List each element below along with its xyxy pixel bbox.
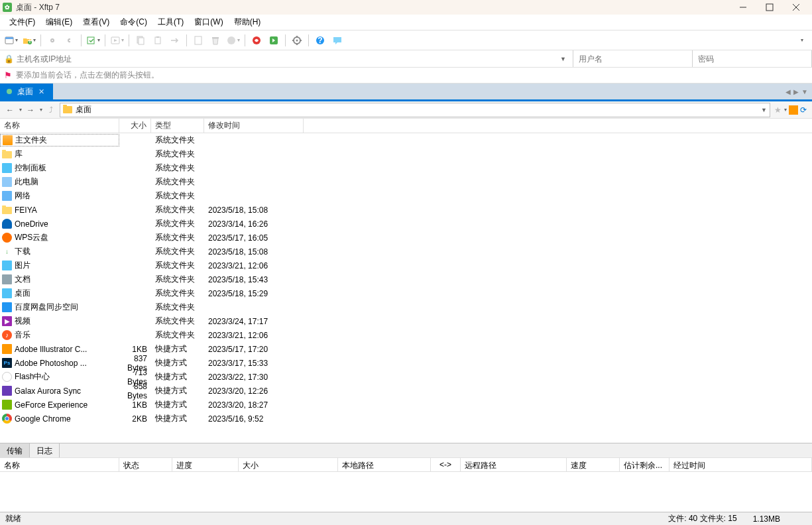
file-icon — [2, 344, 12, 354]
xftp-button[interactable] — [266, 32, 282, 48]
menu-file[interactable]: 文件(F) — [4, 15, 40, 30]
tcol-remote[interactable]: 远程路径 — [461, 458, 567, 471]
file-type: 系统文件夹 — [151, 274, 204, 285]
tab-log[interactable]: 日志 — [30, 443, 60, 457]
close-button[interactable] — [783, 0, 809, 15]
tcol-eta[interactable]: 估计剩余... — [620, 458, 669, 471]
file-type: 系统文件夹 — [151, 135, 204, 146]
minimize-button[interactable] — [730, 0, 756, 15]
col-name[interactable]: 名称 — [0, 119, 119, 133]
help-button[interactable]: ? — [312, 32, 328, 48]
tcol-name[interactable]: 名称 — [0, 458, 119, 471]
link-button[interactable] — [44, 32, 60, 48]
file-row[interactable]: ▶视频系统文件夹2023/3/24, 17:17 — [0, 314, 812, 328]
new-folder-button[interactable]: +▾ — [21, 32, 37, 48]
file-row[interactable]: 网络系统文件夹 — [0, 189, 812, 203]
host-input[interactable] — [17, 54, 557, 64]
file-row[interactable]: FEIYA系统文件夹2023/5/18, 15:08 — [0, 203, 812, 217]
file-size: 1KB — [119, 400, 151, 410]
properties-button[interactable] — [190, 32, 206, 48]
transfer-header: 名称 状态 进度 大小 本地路径 <-> 远程路径 速度 估计剩余... 经过时… — [0, 457, 812, 472]
file-row[interactable]: Galax Aurora Sync858 Bytes快捷方式2023/3/20,… — [0, 384, 812, 398]
bookmark-icon[interactable]: ★ — [774, 105, 782, 115]
xshell-button[interactable] — [249, 32, 264, 48]
file-row[interactable]: GeForce Experience1KB快捷方式2023/3/20, 18:2… — [0, 398, 812, 412]
file-row[interactable]: 库系统文件夹 — [0, 147, 812, 161]
path-input[interactable] — [76, 105, 761, 115]
file-icon — [2, 372, 12, 382]
nav-up-button[interactable]: ⤴ — [44, 103, 58, 117]
delete-button[interactable] — [207, 32, 223, 48]
file-icon — [2, 302, 12, 312]
tcol-elapsed[interactable]: 经过时间 — [669, 458, 812, 471]
file-list[interactable]: 主文件夹系统文件夹库系统文件夹控制面板系统文件夹此电脑系统文件夹网络系统文件夹F… — [0, 133, 812, 443]
file-row[interactable]: 主文件夹系统文件夹 — [0, 133, 812, 147]
nav-back-button[interactable]: ← — [3, 103, 17, 117]
file-row[interactable]: 百度网盘同步空间系统文件夹 — [0, 300, 812, 314]
path-box[interactable]: ▼ — [60, 103, 770, 117]
file-row[interactable]: 桌面系统文件夹2023/5/18, 15:29 — [0, 286, 812, 300]
home-icon[interactable] — [789, 105, 798, 115]
menu-edit[interactable]: 编辑(E) — [40, 15, 78, 30]
tcol-size[interactable]: 大小 — [239, 458, 338, 471]
tab-list-icon[interactable]: ▼ — [801, 88, 808, 95]
file-type: 系统文件夹 — [151, 204, 204, 215]
tcol-speed[interactable]: 速度 — [567, 458, 620, 471]
tab-label: 桌面 — [17, 86, 33, 97]
menu-help[interactable]: 帮助(H) — [229, 15, 266, 30]
file-row[interactable]: ↓下载系统文件夹2023/5/18, 15:08 — [0, 245, 812, 259]
file-row[interactable]: 此电脑系统文件夹 — [0, 175, 812, 189]
rename-button[interactable] — [167, 32, 183, 48]
menu-command[interactable]: 命令(C) — [115, 15, 152, 30]
file-icon — [2, 274, 12, 284]
tcol-progress[interactable]: 进度 — [172, 458, 239, 471]
col-modified[interactable]: 修改时间 — [204, 119, 304, 133]
file-name: 控制面板 — [15, 162, 46, 174]
username-input[interactable] — [579, 54, 687, 64]
file-row[interactable]: 文档系统文件夹2023/5/18, 15:43 — [0, 272, 812, 286]
tcol-status[interactable]: 状态 — [119, 458, 172, 471]
nav-forward-history-icon[interactable]: ▾ — [40, 107, 42, 113]
file-row[interactable]: WPS云盘系统文件夹2023/5/17, 16:05 — [0, 231, 812, 245]
unlink-button[interactable] — [62, 32, 78, 48]
host-dropdown-icon[interactable]: ▼ — [557, 56, 569, 62]
password-input[interactable] — [698, 54, 806, 64]
file-type: 系统文件夹 — [151, 316, 204, 327]
tab-desktop[interactable]: 桌面 ✕ — [0, 84, 53, 99]
nav-forward-button[interactable]: → — [23, 103, 38, 117]
col-type[interactable]: 类型 — [151, 119, 204, 133]
options-button[interactable] — [289, 32, 305, 48]
copy-button[interactable] — [133, 32, 148, 48]
menu-view[interactable]: 查看(V) — [78, 15, 115, 30]
path-dropdown-icon[interactable]: ▼ — [761, 107, 767, 113]
transfer-settings-button[interactable]: ▾ — [85, 32, 101, 48]
stop-button[interactable]: ▾ — [225, 32, 241, 48]
tab-close-icon[interactable]: ✕ — [38, 88, 44, 96]
svg-rect-5 — [5, 37, 13, 39]
status-ready: 就绪 — [5, 513, 21, 524]
file-row[interactable]: 控制面板系统文件夹 — [0, 161, 812, 175]
menu-window[interactable]: 窗口(W) — [189, 15, 228, 30]
tcol-local[interactable]: 本地路径 — [338, 458, 431, 471]
play-button[interactable]: ▾ — [109, 32, 125, 48]
tab-prev-icon[interactable]: ◀ — [785, 88, 791, 95]
paste-button[interactable] — [150, 32, 166, 48]
bottom-tabs: 传输 日志 — [0, 443, 812, 457]
file-row[interactable]: 图片系统文件夹2023/3/21, 12:06 — [0, 259, 812, 272]
tab-next-icon[interactable]: ▶ — [793, 88, 799, 95]
feedback-button[interactable] — [329, 32, 345, 48]
refresh-icon[interactable]: ⟳ — [800, 105, 807, 115]
col-size[interactable]: 大小 — [119, 119, 151, 133]
tcol-arrow[interactable]: <-> — [431, 458, 461, 471]
host-field[interactable]: 🔒 ▼ — [0, 50, 573, 67]
nav-back-history-icon[interactable]: ▾ — [19, 107, 22, 113]
maximize-button[interactable] — [756, 0, 783, 15]
menu-tool[interactable]: 工具(T) — [152, 15, 189, 30]
file-icon — [3, 135, 13, 145]
file-row[interactable]: Google Chrome2KB快捷方式2023/5/16, 9:52 — [0, 412, 812, 426]
toolbar-overflow[interactable]: ▾ — [793, 32, 809, 48]
file-row[interactable]: ♪音乐系统文件夹2023/3/21, 12:06 — [0, 328, 812, 342]
new-session-button[interactable]: ▾ — [3, 32, 19, 48]
file-row[interactable]: OneDrive系统文件夹2023/3/14, 16:26 — [0, 217, 812, 231]
tab-transfer[interactable]: 传输 — [0, 443, 30, 457]
